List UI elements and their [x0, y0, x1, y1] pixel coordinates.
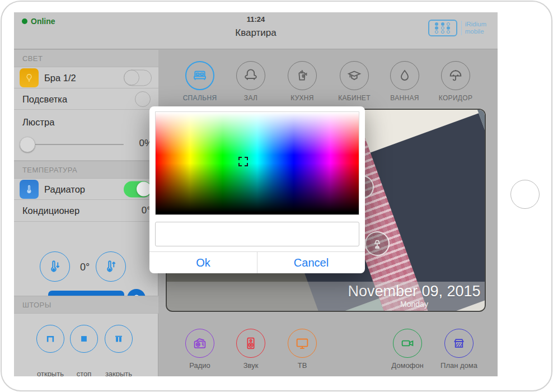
shortcut-tv[interactable]: ТВ [277, 329, 327, 370]
iridium-logo-icon [428, 20, 457, 36]
tv-icon [288, 329, 317, 358]
shortcut-sound[interactable]: Звук [226, 329, 276, 370]
shortcut-house-plan[interactable]: План дома [434, 329, 484, 370]
row-backlight: Подсветка [14, 88, 158, 110]
shortcut-radio[interactable]: Радио [175, 329, 225, 370]
umbrella-icon [441, 61, 470, 90]
temp-up-button[interactable] [96, 251, 126, 282]
page-title: Квартира [14, 27, 498, 39]
logo-wordmark: iRidium mobile [461, 21, 486, 35]
section-header-temperature: ТЕМПЕРАТУРА [14, 161, 158, 179]
kettle-icon [288, 61, 317, 90]
armchair-icon [236, 61, 265, 90]
color-gradient-field[interactable] [155, 111, 359, 215]
video-camera-icon [393, 329, 422, 358]
shortcut-tv-label: ТВ [277, 361, 327, 370]
tablet-frame: Online 11:24 Квартира iRidium mobile СВЕ… [0, 0, 553, 392]
graduation-cap-icon [340, 61, 369, 90]
tab-corridor[interactable]: КОРИДОР [433, 61, 478, 102]
tab-bedroom-label: СПАЛЬНЯ [177, 94, 222, 102]
bed-icon [185, 61, 214, 90]
row-conditioner: Кондиционер 0° [14, 200, 158, 222]
date-overlay: November 09, 2015 Monday [167, 282, 485, 311]
backlight-toggle[interactable] [135, 91, 151, 107]
top-bar: Online 11:24 Квартира iRidium mobile [14, 12, 498, 49]
tab-bathroom[interactable]: ВАННАЯ [382, 61, 427, 102]
section-header-light: СВЕТ [14, 49, 158, 67]
sidebar: СВЕТ Бра 1/2 Подсветка Люстра [14, 49, 158, 376]
chandelier-slider[interactable]: 0% [20, 137, 153, 152]
color-cursor[interactable] [238, 157, 248, 166]
date-label: November 09, 2015 [344, 283, 485, 300]
color-picker-dialog: Ok Cancel [149, 106, 365, 273]
house-plan-icon [444, 329, 474, 358]
section-header-curtains: ШТОРЫ [14, 296, 158, 314]
shortcut-radio-label: Радио [175, 361, 225, 370]
radiator-label: Радиатор [44, 184, 85, 194]
clock: 11:24 [14, 15, 498, 24]
tab-office-label: КАБИНЕТ [332, 94, 377, 102]
row-radiator: Радиатор [14, 179, 158, 200]
tab-bedroom[interactable]: СПАЛЬНЯ [177, 61, 222, 102]
row-bra: Бра 1/2 [14, 67, 158, 88]
curtain-open-button[interactable] [36, 325, 64, 353]
app-screen: Online 11:24 Квартира iRidium mobile СВЕ… [14, 12, 498, 376]
radiator-toggle[interactable] [124, 181, 152, 197]
thermometer-icon [20, 180, 39, 199]
curtain-stop-button[interactable] [70, 325, 98, 353]
tab-hall-label: ЗАЛ [228, 94, 273, 102]
bra-toggle[interactable] [124, 69, 152, 86]
shortcut-house-plan-label: План дома [434, 361, 484, 370]
speaker-icon [236, 329, 265, 358]
temp-down-button[interactable] [40, 251, 70, 282]
color-value-input[interactable] [155, 222, 359, 246]
lamp-button[interactable] [365, 231, 390, 256]
tab-kitchen-label: КУХНЯ [280, 94, 325, 102]
weekday-label: Monday [344, 300, 485, 309]
curtain-close-button[interactable] [105, 325, 133, 353]
shortcut-intercom[interactable]: Домофон [382, 329, 433, 370]
shortcut-intercom-label: Домофон [382, 361, 433, 370]
tab-hall[interactable]: ЗАЛ [228, 61, 273, 102]
water-drop-icon [390, 61, 419, 90]
cancel-button[interactable]: Cancel [257, 252, 365, 273]
setpoint-value: 0° [80, 262, 90, 273]
shortcut-sound-label: Звук [226, 361, 276, 370]
tab-corridor-label: КОРИДОР [433, 94, 478, 102]
ok-button[interactable]: Ok [149, 252, 257, 273]
row-chandelier: Люстра 0% [14, 110, 158, 161]
backlight-label: Подсветка [22, 94, 67, 104]
bra-label: Бра 1/2 [44, 72, 76, 83]
chandelier-label: Люстра [22, 117, 54, 128]
tab-bathroom-label: ВАННАЯ [382, 94, 427, 102]
radio-icon [185, 329, 214, 358]
conditioner-label: Кондиционер [22, 206, 79, 216]
home-button[interactable] [510, 180, 540, 209]
lightbulb-icon [20, 68, 39, 87]
iridium-logo: iRidium mobile [428, 20, 486, 36]
curtain-close-label: закрыть [96, 370, 141, 376]
tab-kitchen[interactable]: КУХНЯ [280, 61, 325, 102]
tab-office[interactable]: КАБИНЕТ [332, 61, 377, 102]
